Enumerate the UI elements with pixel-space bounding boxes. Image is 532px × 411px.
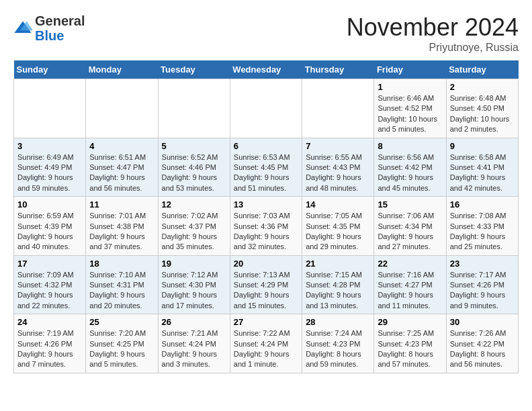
day-number: 25: [89, 317, 154, 327]
calendar-cell: [230, 79, 302, 138]
calendar-cell: 7Sunrise: 6:55 AMSunset: 4:43 PMDaylight…: [302, 138, 374, 197]
page-header: General Blue November 2024 Priyutnoye, R…: [13, 13, 519, 54]
day-info: Sunrise: 6:59 AMSunset: 4:39 PMDaylight:…: [17, 211, 82, 253]
calendar-cell: 25Sunrise: 7:20 AMSunset: 4:25 PMDayligh…: [86, 314, 158, 373]
calendar-cell: [14, 79, 86, 138]
calendar-week-2: 3Sunrise: 6:49 AMSunset: 4:49 PMDaylight…: [14, 138, 519, 197]
day-number: 16: [450, 199, 515, 210]
calendar-cell: 8Sunrise: 6:56 AMSunset: 4:42 PMDaylight…: [374, 138, 446, 197]
day-info: Sunrise: 7:21 AMSunset: 4:24 PMDaylight:…: [162, 328, 226, 370]
day-number: 7: [306, 141, 370, 151]
day-number: 11: [89, 199, 154, 210]
day-number: 29: [378, 317, 442, 327]
day-number: 2: [450, 82, 515, 92]
col-tuesday: Tuesday: [158, 60, 230, 79]
calendar-cell: 22Sunrise: 7:16 AMSunset: 4:27 PMDayligh…: [374, 255, 446, 314]
calendar-cell: [302, 79, 374, 138]
day-number: 9: [450, 141, 515, 151]
day-info: Sunrise: 7:19 AMSunset: 4:26 PMDaylight:…: [17, 328, 82, 370]
calendar-cell: 2Sunrise: 6:48 AMSunset: 4:50 PMDaylight…: [446, 79, 518, 138]
day-number: 20: [234, 259, 298, 269]
day-number: 12: [162, 199, 226, 210]
col-thursday: Thursday: [302, 60, 374, 79]
col-wednesday: Wednesday: [230, 60, 302, 79]
calendar-cell: 18Sunrise: 7:10 AMSunset: 4:31 PMDayligh…: [86, 255, 158, 314]
day-info: Sunrise: 7:12 AMSunset: 4:30 PMDaylight:…: [162, 270, 226, 312]
day-info: Sunrise: 7:02 AMSunset: 4:37 PMDaylight:…: [162, 211, 226, 253]
calendar-cell: 9Sunrise: 6:58 AMSunset: 4:41 PMDaylight…: [446, 138, 518, 197]
day-info: Sunrise: 7:01 AMSunset: 4:38 PMDaylight:…: [89, 211, 154, 253]
day-number: 23: [450, 259, 515, 269]
day-number: 6: [234, 141, 298, 151]
calendar-cell: 11Sunrise: 7:01 AMSunset: 4:38 PMDayligh…: [86, 197, 158, 256]
logo: General Blue: [13, 13, 85, 43]
calendar-cell: 17Sunrise: 7:09 AMSunset: 4:32 PMDayligh…: [14, 255, 86, 314]
calendar-cell: 6Sunrise: 6:53 AMSunset: 4:45 PMDaylight…: [230, 138, 302, 197]
calendar-cell: 24Sunrise: 7:19 AMSunset: 4:26 PMDayligh…: [14, 314, 86, 373]
logo-icon: [13, 19, 32, 38]
day-info: Sunrise: 6:49 AMSunset: 4:49 PMDaylight:…: [17, 152, 82, 194]
day-number: 27: [234, 317, 298, 327]
day-number: 8: [378, 141, 442, 151]
calendar-week-3: 10Sunrise: 6:59 AMSunset: 4:39 PMDayligh…: [14, 197, 519, 256]
calendar-cell: [86, 79, 158, 138]
calendar-cell: 27Sunrise: 7:22 AMSunset: 4:24 PMDayligh…: [230, 314, 302, 373]
calendar-cell: 21Sunrise: 7:15 AMSunset: 4:28 PMDayligh…: [302, 255, 374, 314]
calendar-cell: 15Sunrise: 7:06 AMSunset: 4:34 PMDayligh…: [374, 197, 446, 256]
day-info: Sunrise: 7:13 AMSunset: 4:29 PMDaylight:…: [234, 270, 298, 312]
calendar-cell: 30Sunrise: 7:26 AMSunset: 4:22 PMDayligh…: [446, 314, 518, 373]
day-number: 4: [89, 141, 154, 151]
day-info: Sunrise: 7:05 AMSunset: 4:35 PMDaylight:…: [306, 211, 370, 253]
calendar-cell: 16Sunrise: 7:08 AMSunset: 4:33 PMDayligh…: [446, 197, 518, 256]
day-info: Sunrise: 6:58 AMSunset: 4:41 PMDaylight:…: [450, 152, 515, 194]
day-info: Sunrise: 7:10 AMSunset: 4:31 PMDaylight:…: [89, 270, 154, 312]
day-info: Sunrise: 7:25 AMSunset: 4:23 PMDaylight:…: [378, 328, 442, 370]
day-number: 24: [17, 317, 82, 327]
day-info: Sunrise: 7:24 AMSunset: 4:23 PMDaylight:…: [306, 328, 370, 370]
day-number: 26: [162, 317, 226, 327]
day-info: Sunrise: 7:22 AMSunset: 4:24 PMDaylight:…: [234, 328, 298, 370]
day-number: 3: [17, 141, 82, 151]
day-number: 15: [378, 199, 442, 210]
calendar-cell: 20Sunrise: 7:13 AMSunset: 4:29 PMDayligh…: [230, 255, 302, 314]
day-info: Sunrise: 6:53 AMSunset: 4:45 PMDaylight:…: [234, 152, 298, 194]
day-number: 10: [17, 199, 82, 210]
col-friday: Friday: [374, 60, 446, 79]
logo-general: General: [35, 13, 85, 28]
day-info: Sunrise: 6:48 AMSunset: 4:50 PMDaylight:…: [450, 93, 515, 135]
day-info: Sunrise: 6:55 AMSunset: 4:43 PMDaylight:…: [306, 152, 370, 194]
logo-blue: Blue: [35, 28, 64, 43]
day-number: 13: [234, 199, 298, 210]
calendar-week-4: 17Sunrise: 7:09 AMSunset: 4:32 PMDayligh…: [14, 255, 519, 314]
day-number: 18: [89, 259, 154, 269]
calendar-cell: 19Sunrise: 7:12 AMSunset: 4:30 PMDayligh…: [158, 255, 230, 314]
day-number: 19: [162, 259, 226, 269]
day-number: 1: [378, 82, 442, 92]
calendar-cell: 3Sunrise: 6:49 AMSunset: 4:49 PMDaylight…: [14, 138, 86, 197]
month-title: November 2024: [347, 13, 519, 42]
day-number: 30: [450, 317, 515, 327]
calendar-cell: 14Sunrise: 7:05 AMSunset: 4:35 PMDayligh…: [302, 197, 374, 256]
day-info: Sunrise: 6:52 AMSunset: 4:46 PMDaylight:…: [162, 152, 226, 194]
calendar-cell: 26Sunrise: 7:21 AMSunset: 4:24 PMDayligh…: [158, 314, 230, 373]
day-number: 5: [162, 141, 226, 151]
day-info: Sunrise: 7:26 AMSunset: 4:22 PMDaylight:…: [450, 328, 515, 370]
calendar-cell: 10Sunrise: 6:59 AMSunset: 4:39 PMDayligh…: [14, 197, 86, 256]
calendar-cell: 23Sunrise: 7:17 AMSunset: 4:26 PMDayligh…: [446, 255, 518, 314]
day-number: 14: [306, 199, 370, 210]
day-info: Sunrise: 7:17 AMSunset: 4:26 PMDaylight:…: [450, 270, 515, 312]
day-info: Sunrise: 6:56 AMSunset: 4:42 PMDaylight:…: [378, 152, 442, 194]
day-number: 28: [306, 317, 370, 327]
day-info: Sunrise: 7:03 AMSunset: 4:36 PMDaylight:…: [234, 211, 298, 253]
calendar-cell: 1Sunrise: 6:46 AMSunset: 4:52 PMDaylight…: [374, 79, 446, 138]
calendar-cell: [158, 79, 230, 138]
calendar-week-1: 1Sunrise: 6:46 AMSunset: 4:52 PMDaylight…: [14, 79, 519, 138]
location: Priyutnoye, Russia: [347, 42, 519, 54]
col-saturday: Saturday: [446, 60, 518, 79]
day-info: Sunrise: 7:06 AMSunset: 4:34 PMDaylight:…: [378, 211, 442, 253]
col-sunday: Sunday: [14, 60, 86, 79]
calendar-body: 1Sunrise: 6:46 AMSunset: 4:52 PMDaylight…: [14, 79, 519, 373]
day-info: Sunrise: 6:46 AMSunset: 4:52 PMDaylight:…: [378, 93, 442, 135]
calendar-cell: 28Sunrise: 7:24 AMSunset: 4:23 PMDayligh…: [302, 314, 374, 373]
title-block: November 2024 Priyutnoye, Russia: [347, 13, 519, 54]
